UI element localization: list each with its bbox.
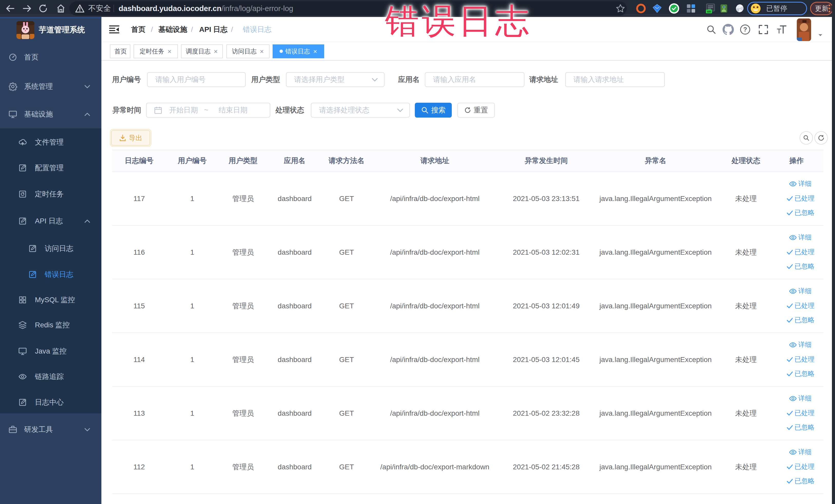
svg-text:?: ? (744, 26, 747, 33)
svg-text:on: on (707, 10, 711, 13)
